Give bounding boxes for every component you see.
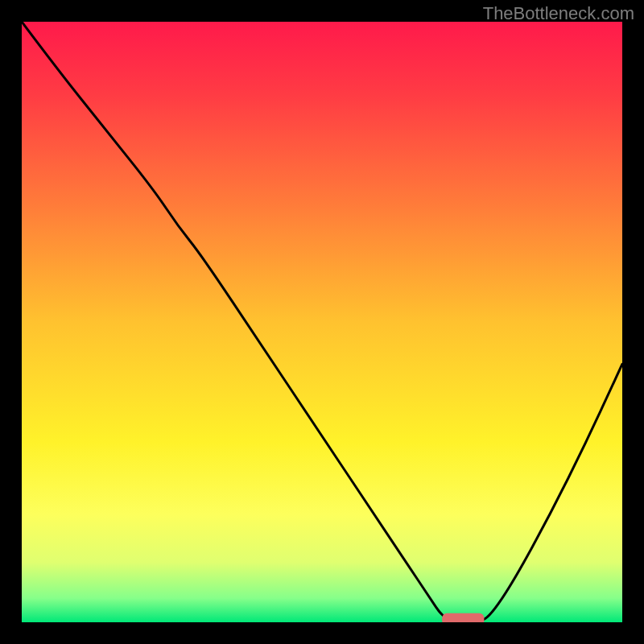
bottleneck-chart	[22, 22, 622, 622]
chart-background	[22, 22, 622, 622]
watermark-text: TheBottleneck.com	[483, 3, 634, 24]
chart-frame	[22, 22, 622, 622]
optimal-range-marker	[442, 613, 484, 622]
